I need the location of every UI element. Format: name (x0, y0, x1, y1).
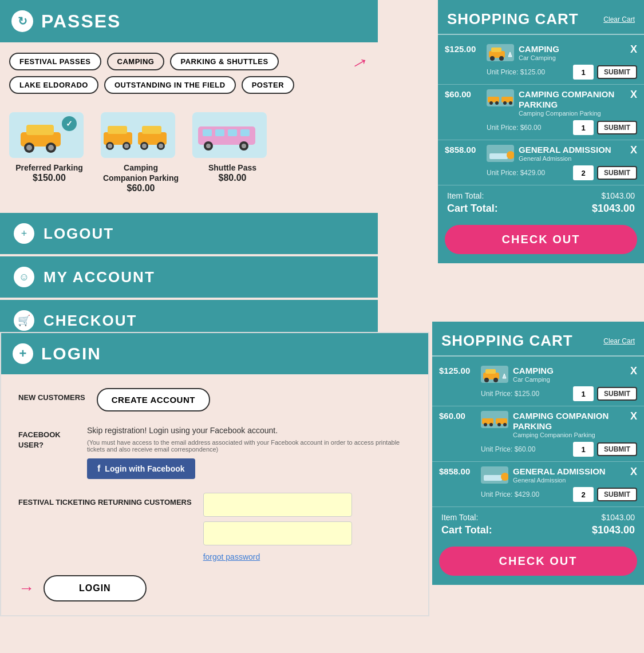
cart-item-2-subtitle: Camping Companion Parking (519, 110, 626, 117)
product-name-companion: Camping Companion Parking (101, 163, 181, 183)
cart-bottom-item-3-info: GENERAL ADMISSION General Admission (513, 466, 626, 484)
cart-item-3-submit[interactable]: SUBMIT (597, 166, 637, 180)
cart-bottom-item-1-thumb (481, 366, 508, 383)
password-input[interactable] (203, 521, 352, 545)
cart-bottom-item-1-qty[interactable] (573, 386, 594, 401)
cart-item-1-info: CAMPING Car Camping (519, 44, 626, 61)
cart-total-value: $1043.00 (592, 203, 635, 215)
svg-point-13 (108, 144, 112, 148)
svg-point-4 (26, 145, 32, 151)
returning-label: FESTIVAL TICKETING RETURNING CUSTOMERS (18, 493, 192, 508)
cart-bottom-item-2-qty[interactable] (573, 442, 594, 457)
svg-rect-62 (484, 475, 502, 481)
cart-bottom-item-2-unit-price: Unit Price: $60.00 (439, 445, 535, 453)
cart-bottom-item-1-submit[interactable]: SUBMIT (597, 387, 637, 401)
cart-bottom-item-3-remove[interactable]: X (630, 466, 637, 477)
cart-item-2-qty[interactable] (573, 120, 594, 135)
create-account-button[interactable]: CREATE ACCOUNT (97, 388, 210, 411)
logout-nav[interactable]: + LOGOUT (0, 213, 378, 254)
passes-panel: ↻ PASSES FESTIVAL PASSES CAMPING PARKING… (0, 0, 378, 343)
my-account-nav[interactable]: ☺ MY ACCOUNT (0, 256, 378, 298)
cart-bottom-item-2-controls: Unit Price: $60.00 SUBMIT (439, 442, 637, 457)
svg-rect-34 (491, 48, 501, 52)
cart-icon: 🛒 (14, 310, 34, 331)
cart-bottom-item-2: $60.00 CAMPING COMPANION PARKING Camping… (432, 406, 644, 462)
cart-item-3-price: $858.00 (445, 145, 482, 155)
cart-bottom-item-2-submit[interactable]: SUBMIT (597, 442, 637, 456)
logout-icon: + (14, 223, 34, 244)
cart-item-1-remove[interactable]: X (630, 44, 637, 54)
cart-bottom-item-3-controls: Unit Price: $429.00 SUBMIT (439, 487, 637, 502)
clear-cart-top[interactable]: Clear Cart (603, 15, 635, 23)
logout-label: LOGOUT (44, 225, 114, 243)
cart-item-3-controls: Unit Price: $429.00 SUBMIT (445, 165, 637, 180)
cart-bottom-item-1-remove[interactable]: X (630, 366, 637, 376)
item-total-label: Item Total: (447, 191, 484, 200)
facebook-row: FACEBOOK USER? Skip registration! Login … (18, 425, 411, 479)
product-companion-parking[interactable]: Camping Companion Parking $60.00 (101, 112, 181, 193)
login-submit-button[interactable]: LOGIN (44, 575, 147, 601)
product-grid: ✓ Preferred Parking $150.00 (0, 98, 378, 207)
checkout-label: CHECKOUT (44, 312, 137, 330)
cart-bottom-item-1-subtitle: Car Camping (513, 376, 626, 383)
cart-top-panel: SHOPPING CART Clear Cart $125.00 CAMPING… (438, 0, 644, 263)
cart-item-3-qty[interactable] (573, 165, 594, 180)
cart-item-1-submit[interactable]: SUBMIT (597, 65, 637, 79)
cart-bottom-item-total-value: $1043.00 (602, 513, 635, 522)
login-submit-row: → LOGIN (18, 575, 411, 601)
cart-item-2-submit[interactable]: SUBMIT (597, 121, 637, 134)
cart-item-2-info: CAMPING COMPANION PARKING Camping Compan… (519, 89, 626, 117)
checkout-btn-top[interactable]: CHECK OUT (445, 225, 637, 254)
cart-item-1-qty[interactable] (573, 65, 594, 80)
cart-item-1-unit-price: Unit Price: $125.00 (445, 68, 545, 76)
cart-bottom-item-3-qty[interactable] (573, 487, 594, 502)
product-price-companion: $60.00 (101, 183, 181, 193)
cart-bottom-item-2-remove[interactable]: X (630, 411, 637, 421)
cart-bottom-panel: SHOPPING CART Clear Cart $125.00 CAMPING… (432, 322, 644, 585)
cart-item-3-title: GENERAL ADMISSION (519, 145, 626, 155)
cart-bottom-total-row: Cart Total: $1043.00 (441, 524, 635, 536)
returning-customers-row: FESTIVAL TICKETING RETURNING CUSTOMERS f… (18, 493, 411, 561)
forgot-password-link[interactable]: forgot password (203, 552, 352, 561)
svg-point-21 (159, 144, 163, 148)
red-arrow-login: → (18, 579, 34, 597)
item-total-value: $1043.00 (602, 191, 635, 200)
cart-top-title: SHOPPING CART (447, 10, 579, 28)
cart-item-2-price: $60.00 (445, 89, 482, 99)
clear-cart-bottom[interactable]: Clear Cart (603, 337, 635, 345)
cart-bottom-header: SHOPPING CART Clear Cart (432, 322, 644, 355)
cart-item-1-thumb (487, 44, 514, 61)
filter-lake-eldorado[interactable]: LAKE ELDORADO (9, 76, 98, 94)
nav-section: + LOGOUT ☺ MY ACCOUNT 🛒 CHECKOUT (0, 213, 378, 341)
filter-poster[interactable]: POSTER (242, 76, 294, 94)
product-shuttle[interactable]: Shuttle Pass $80.00 (192, 112, 272, 183)
filter-parking-shuttles[interactable]: PARKING & SHUTTLES (170, 53, 278, 70)
cart-item-3-info: GENERAL ADMISSION General Admission (519, 145, 626, 162)
cart-bottom-item-2-thumb (481, 411, 508, 428)
svg-point-60 (503, 423, 507, 426)
cart-item-2-remove[interactable]: X (630, 89, 637, 100)
cart-bottom-item-3-submit[interactable]: SUBMIT (597, 488, 637, 501)
cart-item-3-remove[interactable]: X (630, 145, 637, 155)
email-input[interactable] (203, 493, 352, 517)
cart-item-3-thumb (487, 145, 514, 162)
checkout-btn-bottom[interactable]: CHECK OUT (439, 547, 637, 576)
filter-tabs: FESTIVAL PASSES CAMPING PARKING & SHUTTL… (0, 42, 378, 98)
product-img-preferred: ✓ (9, 112, 84, 158)
cart-bottom-item-2-title: CAMPING COMPANION PARKING (513, 411, 626, 432)
filter-camping[interactable]: CAMPING (107, 53, 165, 70)
cart-item-1-controls: Unit Price: $125.00 SUBMIT (445, 65, 637, 80)
product-preferred-parking[interactable]: ✓ Preferred Parking $150.00 (9, 112, 89, 183)
svg-point-57 (484, 423, 487, 426)
login-body: NEW CUSTOMERS CREATE ACCOUNT FACEBOOK US… (1, 374, 428, 615)
cart-bottom-item-2-info: CAMPING COMPANION PARKING Camping Compan… (513, 411, 626, 438)
svg-point-58 (489, 423, 493, 426)
product-img-companion (101, 112, 175, 158)
cart-top-totals: Item Total: $1043.00 Cart Total: $1043.0… (438, 185, 644, 220)
facebook-login-button[interactable]: f Login with Facebook (87, 458, 195, 479)
login-panel: + LOGIN NEW CUSTOMERS CREATE ACCOUNT FAC… (0, 332, 429, 616)
cart-total-row: Cart Total: $1043.00 (447, 203, 635, 215)
filter-outstanding[interactable]: OUTSTANDING IN THE FIELD (104, 76, 236, 94)
filter-festival-passes[interactable]: FESTIVAL PASSES (9, 53, 101, 70)
svg-point-44 (509, 101, 512, 105)
